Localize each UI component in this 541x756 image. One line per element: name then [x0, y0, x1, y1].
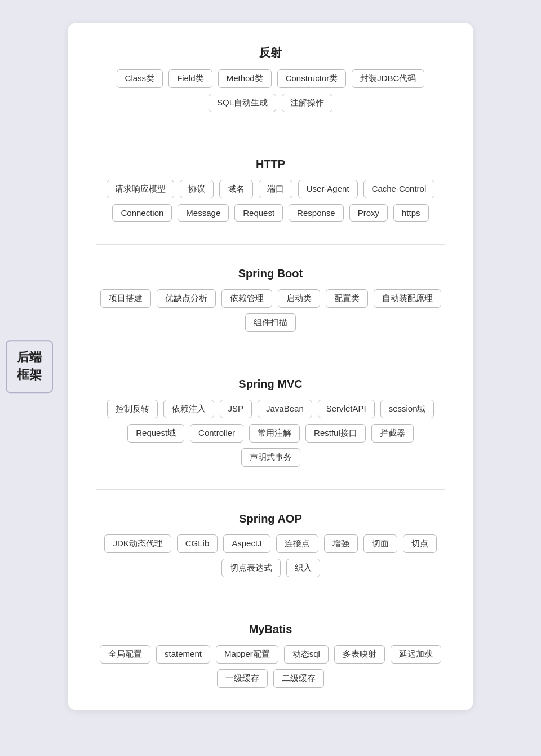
section-title-spring-aop: Spring AOP: [96, 512, 445, 525]
tag: User-Agent: [298, 180, 358, 198]
tag: 请求响应模型: [107, 180, 174, 198]
tags-container-spring-boot: 项目搭建优缺点分析依赖管理启动类配置类自动装配原理组件扫描: [96, 289, 445, 332]
tag: statement: [156, 645, 210, 664]
tag: https: [393, 204, 429, 222]
section-title-spring-boot: Spring Boot: [96, 267, 445, 280]
tag: 增强: [324, 534, 358, 553]
tag: 自动装配原理: [374, 289, 441, 308]
tag: JavaBean: [258, 400, 312, 418]
tag: Message: [178, 204, 229, 222]
tags-container-spring-aop: JDK动态代理CGLibAspectJ连接点增强切面切点切点表达式织入: [96, 534, 445, 577]
section-title-spring-mvc: Spring MVC: [96, 378, 445, 391]
tag: Request域: [127, 424, 184, 443]
tag: JSP: [220, 400, 252, 418]
section-title-http: HTTP: [96, 158, 445, 171]
tag: Mapper配置: [216, 645, 278, 664]
section-title-mybatis: MyBatis: [96, 623, 445, 636]
tag: Request: [234, 204, 283, 222]
tag: 切点: [403, 534, 437, 553]
tag: 控制反转: [107, 400, 158, 418]
section-mybatis: MyBatis全局配置statementMapper配置动态sql多表映射延迟加…: [96, 623, 445, 688]
tag: 常用注解: [249, 424, 300, 443]
tag: 动态sql: [284, 645, 329, 664]
tag: Constructor类: [277, 69, 347, 88]
tags-container-reflection: Class类Field类Method类Constructor类封装JDBC代码S…: [96, 69, 445, 112]
tag: 织入: [286, 559, 320, 577]
tags-container-mybatis: 全局配置statementMapper配置动态sql多表映射延迟加载一级缓存二级…: [96, 645, 445, 688]
tags-container-http: 请求响应模型协议域名端口User-AgentCache-ControlConne…: [96, 180, 445, 222]
tag: Connection: [112, 204, 172, 222]
tag: 切点表达式: [221, 559, 281, 577]
tag: 项目搭建: [100, 289, 151, 308]
section-divider: [96, 244, 445, 245]
main-card: 反射Class类Field类Method类Constructor类封装JDBC代…: [68, 23, 473, 710]
tag: session域: [380, 400, 434, 418]
section-spring-mvc: Spring MVC控制反转依赖注入JSPJavaBeanServletAPIs…: [96, 378, 445, 467]
tags-container-spring-mvc: 控制反转依赖注入JSPJavaBeanServletAPIsession域Req…: [96, 400, 445, 467]
section-spring-boot: Spring Boot项目搭建优缺点分析依赖管理启动类配置类自动装配原理组件扫描: [96, 267, 445, 332]
tag: 注解操作: [282, 94, 332, 112]
tag: Cache-Control: [363, 180, 435, 198]
tag: 多表映射: [334, 645, 385, 664]
tag: 延迟加载: [391, 645, 441, 664]
tag: 拦截器: [371, 424, 414, 443]
tag: 连接点: [276, 534, 318, 553]
tag: 配置类: [326, 289, 368, 308]
tag: 声明式事务: [241, 448, 300, 467]
tag: Proxy: [349, 204, 388, 222]
tag: AspectJ: [223, 534, 270, 553]
tag: CGLib: [177, 534, 218, 553]
section-divider: [96, 135, 445, 135]
tag: 依赖管理: [221, 289, 272, 308]
section-spring-aop: Spring AOPJDK动态代理CGLibAspectJ连接点增强切面切点切点…: [96, 512, 445, 577]
tag: 依赖注入: [163, 400, 214, 418]
section-divider: [96, 355, 445, 355]
tag: Response: [289, 204, 344, 222]
tag: 一级缓存: [217, 669, 268, 688]
tag: Class类: [117, 69, 163, 88]
tag: 启动类: [278, 289, 320, 308]
tag: SQL自动生成: [209, 94, 276, 112]
outer-container: 后端 框架 反射Class类Field类Method类Constructor类封…: [68, 23, 473, 710]
sidebar-label: 后端 框架: [6, 340, 53, 393]
tag: 切面: [363, 534, 397, 553]
tag: 优缺点分析: [157, 289, 216, 308]
tag: Controller: [190, 424, 243, 443]
tag: JDK动态代理: [104, 534, 171, 553]
tag: Field类: [168, 69, 212, 88]
section-reflection: 反射Class类Field类Method类Constructor类封装JDBC代…: [96, 45, 445, 112]
section-divider: [96, 489, 445, 490]
tag: Restful接口: [305, 424, 366, 443]
section-http: HTTP请求响应模型协议域名端口User-AgentCache-ControlC…: [96, 158, 445, 222]
tag: 组件扫描: [245, 313, 296, 332]
tag: 二级缓存: [273, 669, 324, 688]
section-title-reflection: 反射: [96, 45, 445, 60]
tag: Method类: [218, 69, 272, 88]
tag: 封装JDBC代码: [352, 69, 424, 88]
tag: 域名: [219, 180, 253, 198]
tag: 全局配置: [100, 645, 150, 664]
tag: 端口: [259, 180, 292, 198]
tag: ServletAPI: [318, 400, 375, 418]
section-divider: [96, 600, 445, 600]
tag: 协议: [180, 180, 214, 198]
